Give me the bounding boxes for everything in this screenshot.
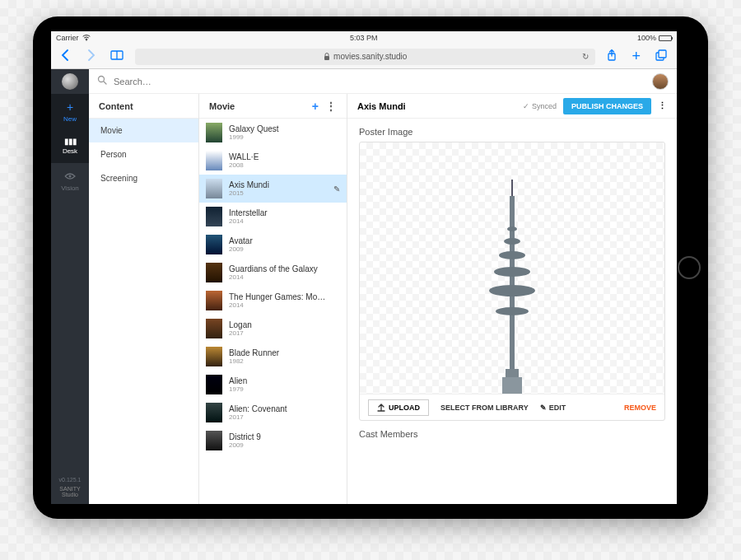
movie-thumb [206,235,222,254]
bookmarks-button[interactable] [107,49,127,64]
desk-icon: ▮▮▮ [64,137,77,146]
movie-title: Blade Runner [229,348,328,357]
search-input[interactable] [114,77,645,86]
movie-item[interactable]: Alien: Covenant2017 [199,399,347,427]
rail-label: New [63,115,77,123]
movie-title: Alien [229,376,328,385]
remove-button[interactable]: REMOVE [624,404,656,412]
movie-item[interactable]: Galaxy Quest1999 [199,119,347,147]
upload-button[interactable]: UPLOAD [368,399,429,416]
brand-label: SANITY Studio [51,486,89,504]
movie-year: 2017 [229,413,340,421]
movie-item[interactable]: The Hunger Games: Mockin…2014 [199,287,347,315]
back-button[interactable] [58,48,74,65]
movie-item[interactable]: District 92009 [199,427,347,455]
movie-title: WALL·E [229,152,328,161]
svg-point-0 [86,39,87,40]
rail-label: Vision [61,184,79,192]
movie-title: Logan [229,320,328,329]
pencil-icon: ✎ [333,184,340,194]
movie-thumb [206,431,222,450]
panel-title: Movie [209,101,235,111]
svg-rect-19 [502,377,522,394]
forward-button[interactable] [82,48,99,65]
movie-thumb [206,319,222,338]
panel-title: Content [99,101,133,111]
battery-icon [659,35,672,41]
movie-thumb [206,403,222,422]
movie-year: 2017 [229,329,340,337]
app-logo[interactable] [51,69,89,94]
movies-menu-button[interactable]: ⋮ [325,100,337,113]
svg-point-15 [494,267,530,277]
movie-title: Interstellar [229,208,328,217]
search-icon [97,75,107,87]
movie-item[interactable]: Guardians of the Galaxy2014 [199,259,347,287]
movie-year: 1982 [229,357,340,365]
status-time: 5:03 PM [91,34,637,42]
movie-thumb [206,375,222,394]
movie-title: The Hunger Games: Mockin… [229,292,328,301]
svg-line-9 [104,82,106,84]
reload-button[interactable]: ↻ [582,52,589,61]
movie-year: 2009 [229,245,340,253]
movie-year: 2014 [229,273,340,281]
movie-title: Alien: Covenant [229,404,328,413]
wifi-icon [82,34,91,43]
poster-box: UPLOAD SELECT FROM LIBRARY ✎ EDIT REMOVE [359,142,665,421]
rail-desk[interactable]: ▮▮▮ Desk [51,128,89,163]
movie-item[interactable]: WALL·E2008 [199,147,347,175]
movie-thumb [206,123,222,142]
svg-point-8 [99,77,105,82]
movie-year: 2009 [229,441,340,449]
svg-rect-3 [324,56,329,60]
movie-item[interactable]: Avatar2009 [199,231,347,259]
url-field[interactable]: movies.sanity.studio ↻ [135,49,595,65]
add-movie-button[interactable]: + [312,100,319,113]
rail-label: Desk [63,147,77,155]
movie-thumb [206,291,222,310]
svg-point-14 [499,251,525,259]
share-button[interactable] [604,48,620,65]
movie-item[interactable]: Axis Mundi2015✎ [199,175,347,203]
detail-menu-button[interactable]: ⋮ [658,100,667,111]
rail-vision[interactable]: Vision [51,163,89,198]
movie-year: 2014 [229,301,340,309]
home-button[interactable] [678,256,701,279]
detail-title: Axis Mundi [357,101,406,111]
lock-icon [324,53,330,61]
movie-item[interactable]: Blade Runner1982 [199,343,347,371]
edit-button[interactable]: ✎ EDIT [540,404,566,412]
status-bar: Carrier 5:03 PM 100% [51,31,677,44]
svg-rect-6 [659,50,666,58]
new-tab-button[interactable]: + [628,46,644,67]
poster-image [454,180,570,394]
sync-status: ✓ Synced [523,102,557,110]
upload-icon [377,404,385,412]
content-item-person[interactable]: Person [89,142,198,166]
sidebar-rail: + New ▮▮▮ Desk Vision v0.125.1 SANITY St… [51,69,89,504]
user-avatar[interactable] [652,73,669,90]
poster-preview[interactable] [360,142,664,394]
movie-title: District 9 [229,432,328,441]
tablet-frame: Carrier 5:03 PM 100% movies.san [33,16,708,519]
tabs-button[interactable] [652,48,670,65]
poster-label: Poster Image [359,127,665,137]
movie-title: Galaxy Quest [229,124,328,133]
select-library-button[interactable]: SELECT FROM LIBRARY [440,404,529,412]
content-item-screening[interactable]: Screening [89,166,198,190]
svg-point-12 [507,226,517,231]
movie-thumb [206,179,222,198]
movie-item[interactable]: Interstellar2014 [199,203,347,231]
rail-new[interactable]: + New [51,94,89,128]
movie-title: Avatar [229,236,328,245]
svg-point-16 [489,285,535,296]
content-item-movie[interactable]: Movie [89,119,198,142]
publish-button[interactable]: PUBLISH CHANGES [563,98,651,114]
movie-thumb [206,151,222,170]
carrier-label: Carrier [56,34,79,42]
movie-item[interactable]: Logan2017 [199,315,347,343]
movie-thumb [206,207,222,226]
movie-item[interactable]: Alien1979 [199,371,347,399]
version-label: v0.125.1 [51,477,89,486]
